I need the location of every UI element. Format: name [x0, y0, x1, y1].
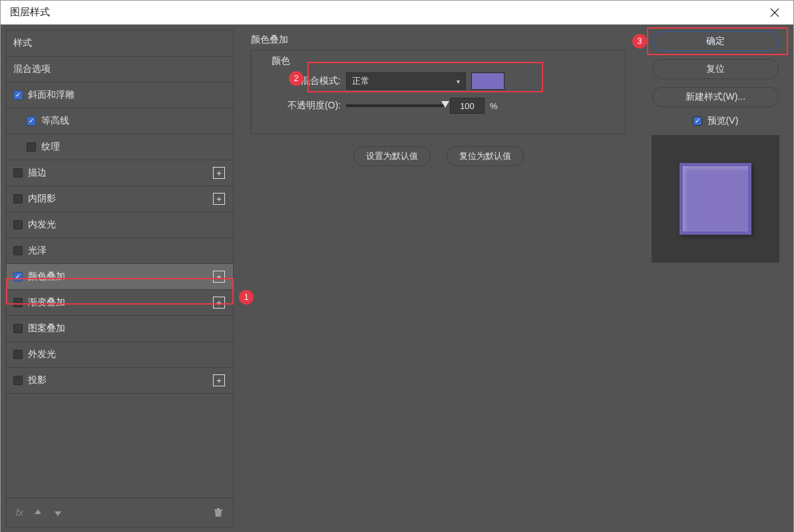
sidebar-item-stroke[interactable]: 描边 + [7, 160, 233, 186]
checkbox-color-overlay[interactable] [13, 272, 23, 281]
annotation-marker-3: 3 [632, 34, 647, 49]
add-icon[interactable]: + [213, 271, 225, 283]
checkbox-inner-shadow[interactable] [13, 194, 23, 203]
fx-menu-button[interactable]: fx [16, 507, 23, 518]
styles-header-label: 样式 [13, 37, 32, 49]
ok-button[interactable]: 确定 [652, 31, 779, 51]
reset-default-button[interactable]: 复位为默认值 [447, 146, 524, 166]
sidebar-item-gradient-overlay[interactable]: 渐变叠加 + [7, 290, 233, 316]
add-icon[interactable]: + [213, 297, 225, 309]
styles-header[interactable]: 样式 [7, 31, 233, 57]
preview-toggle-row: 预览(V) [693, 115, 739, 127]
sidebar-item-label: 渐变叠加 [28, 297, 65, 309]
sidebar-item-label: 等高线 [41, 115, 69, 127]
sidebar-item-label: 内阴影 [28, 193, 56, 205]
sidebar-item-inner-shadow[interactable]: 内阴影 + [7, 186, 233, 212]
slider-thumb-icon[interactable] [441, 101, 449, 108]
sidebar-item-texture[interactable]: 纹理 [7, 134, 233, 160]
preview-label: 预览(V) [707, 115, 739, 127]
add-icon[interactable]: + [213, 167, 225, 179]
move-up-icon[interactable] [33, 507, 43, 518]
sidebar-item-color-overlay[interactable]: 颜色叠加 + [7, 264, 233, 290]
blend-mode-row: 混合模式: 正常 ▾ 2 [282, 72, 612, 90]
checkbox-satin[interactable] [13, 246, 23, 255]
sidebar-item-label: 纹理 [41, 141, 60, 153]
sidebar-item-contour[interactable]: 等高线 [7, 108, 233, 134]
sidebar-item-label: 外发光 [28, 348, 56, 360]
add-icon[interactable]: + [213, 374, 225, 386]
sidebar-item-label: 投影 [28, 374, 47, 386]
blend-options-header[interactable]: 混合选项 [7, 57, 233, 82]
checkbox-texture[interactable] [27, 142, 36, 152]
color-fieldset: 颜色 混合模式: 正常 ▾ 2 不透明度(O): [251, 50, 626, 134]
new-style-button[interactable]: 新建样式(W)... [652, 87, 779, 107]
sidebar-item-label: 图案叠加 [28, 323, 65, 334]
preview-swatch [680, 163, 751, 235]
sidebar-item-label: 内发光 [28, 219, 56, 231]
center-panel: 颜色叠加 颜色 混合模式: 正常 ▾ 2 不透明度(O): [239, 30, 638, 527]
checkbox-gradient-overlay[interactable] [13, 298, 23, 307]
blend-options-label: 混合选项 [13, 63, 51, 75]
dialog-body: 样式 混合选项 斜面和浮雕 等高线 纹理 [1, 25, 793, 532]
titlebar: 图层样式 [1, 1, 793, 25]
preview-box [652, 135, 779, 263]
sidebar-item-label: 光泽 [28, 245, 47, 257]
checkbox-pattern-overlay[interactable] [13, 324, 23, 333]
overlay-color-swatch[interactable] [471, 72, 504, 90]
opacity-slider[interactable] [346, 104, 445, 107]
checkbox-outer-glow[interactable] [13, 350, 23, 359]
layer-style-dialog: 图层样式 样式 混合选项 斜面和浮雕 等高线 [0, 0, 794, 532]
sidebar-item-pattern-overlay[interactable]: 图案叠加 [7, 316, 233, 342]
sidebar-item-label: 颜色叠加 [28, 271, 65, 283]
make-default-button[interactable]: 设置为默认值 [353, 146, 431, 166]
add-icon[interactable]: + [213, 193, 225, 205]
annotation-marker-1: 1 [239, 290, 254, 305]
blend-mode-value: 正常 [352, 75, 369, 87]
style-list: 样式 混合选项 斜面和浮雕 等高线 纹理 [6, 30, 234, 498]
sidebar-item-drop-shadow[interactable]: 投影 + [7, 368, 233, 394]
checkbox-inner-glow[interactable] [13, 220, 23, 229]
sidebar-item-label: 斜面和浮雕 [28, 89, 75, 101]
sidebar-item-bevel[interactable]: 斜面和浮雕 [7, 82, 233, 108]
trash-icon[interactable] [213, 507, 224, 518]
checkbox-bevel[interactable] [13, 90, 23, 100]
close-button[interactable] [761, 1, 788, 25]
blend-mode-select[interactable]: 正常 ▾ [346, 72, 466, 90]
sidebar-item-inner-glow[interactable]: 内发光 [7, 212, 233, 238]
annotation-marker-2: 2 [289, 71, 303, 86]
cancel-button[interactable]: 复位 [652, 59, 779, 79]
opacity-suffix: % [490, 101, 498, 111]
fieldset-label: 颜色 [269, 55, 293, 67]
right-panel: 确定 3 复位 新建样式(W)... 预览(V) [643, 30, 788, 527]
move-down-icon[interactable] [53, 507, 63, 518]
checkbox-drop-shadow[interactable] [13, 376, 23, 385]
opacity-row: 不透明度(O): % [282, 98, 612, 114]
close-icon [770, 8, 779, 17]
sidebar-item-satin[interactable]: 光泽 [7, 238, 233, 264]
checkbox-contour[interactable] [27, 116, 36, 126]
window-title: 图层样式 [10, 6, 50, 19]
section-title: 颜色叠加 [251, 34, 626, 46]
opacity-label: 不透明度(O): [282, 100, 341, 112]
checkbox-stroke[interactable] [13, 168, 23, 178]
sidebar-item-outer-glow[interactable]: 外发光 [7, 342, 233, 368]
chevron-down-icon: ▾ [457, 78, 460, 85]
default-buttons-row: 设置为默认值 复位为默认值 [251, 146, 626, 166]
opacity-input[interactable] [450, 98, 485, 114]
style-sidebar: 样式 混合选项 斜面和浮雕 等高线 纹理 [6, 30, 234, 527]
sidebar-footer: fx [6, 498, 234, 527]
preview-checkbox[interactable] [693, 116, 702, 126]
sidebar-item-label: 描边 [28, 167, 47, 179]
